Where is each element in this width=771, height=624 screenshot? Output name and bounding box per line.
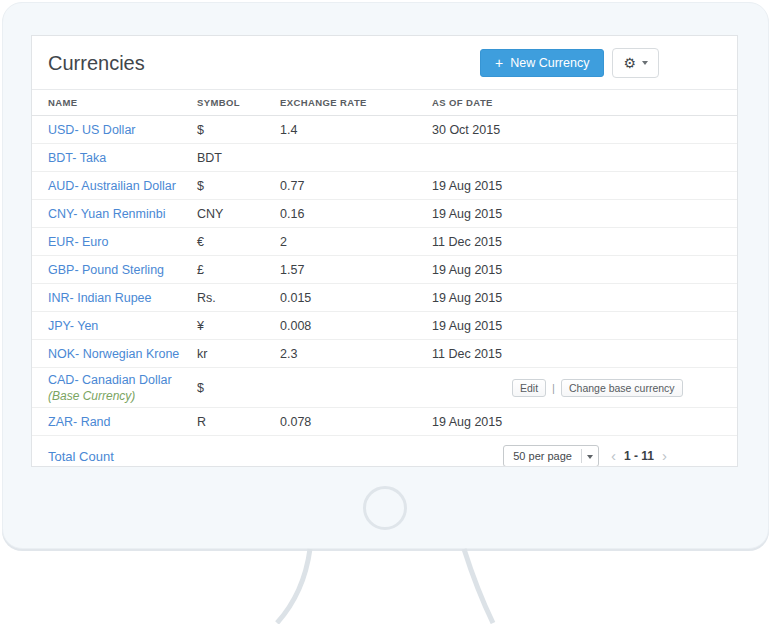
exchange-rate-cell: 1.57 (280, 263, 432, 277)
base-currency-actions: Edit|Change base currency (512, 379, 737, 397)
currency-name-link[interactable]: CAD- Canadian Dollar (48, 373, 172, 387)
exchange-rate-cell: 1.4 (280, 123, 432, 137)
table-row: INR- Indian RupeeRs.0.01519 Aug 2015 (32, 284, 737, 312)
name-cell: USD- US Dollar (48, 123, 197, 137)
column-header: EXCHANGE RATE (280, 97, 432, 108)
symbol-cell: £ (197, 263, 280, 277)
page-range-label: 1 - 11 (624, 449, 654, 463)
symbol-cell: $ (197, 179, 280, 193)
next-page-icon[interactable]: › (662, 449, 667, 463)
table-row: USD- US Dollar$1.430 Oct 2015 (32, 116, 737, 144)
currency-name-link[interactable]: JPY- Yen (48, 319, 98, 333)
as-of-date-cell: 19 Aug 2015 (432, 179, 737, 193)
as-of-date-cell: 19 Aug 2015 (432, 319, 737, 333)
name-cell: AUD- Austrailian Dollar (48, 179, 197, 193)
stepper-down-icon (587, 455, 593, 459)
settings-dropdown-button[interactable]: ⚙ (612, 48, 659, 78)
gear-icon: ⚙ (623, 56, 636, 70)
symbol-cell: Rs. (197, 291, 280, 305)
table-row: GBP- Pound Sterling£1.5719 Aug 2015 (32, 256, 737, 284)
total-count-link[interactable]: Total Count (48, 449, 114, 464)
header-actions: + New Currency ⚙ (480, 48, 659, 78)
name-cell: GBP- Pound Sterling (48, 263, 197, 277)
change-base-currency-button[interactable]: Change base currency (561, 379, 683, 397)
monitor-stand (0, 548, 771, 624)
table-row: AUD- Austrailian Dollar$0.7719 Aug 2015 (32, 172, 737, 200)
column-header: AS OF DATE (432, 97, 737, 108)
per-page-value: 50 per page (513, 450, 572, 462)
column-header: NAME (48, 97, 197, 108)
prev-page-icon[interactable]: ‹ (611, 449, 616, 463)
footer-controls: 50 per page ‹ 1 - 11 › (503, 445, 667, 467)
table-row: CNY- Yuan RenminbiCNY0.1619 Aug 2015 (32, 200, 737, 228)
name-cell: CNY- Yuan Renminbi (48, 207, 197, 221)
table-row: CAD- Canadian Dollar(Base Currency)$Edit… (32, 368, 737, 408)
table-body: USD- US Dollar$1.430 Oct 2015BDT- TakaBD… (32, 116, 737, 436)
page-title: Currencies (48, 52, 145, 74)
as-of-date-cell: 19 Aug 2015 (432, 207, 737, 221)
currency-name-link[interactable]: USD- US Dollar (48, 123, 136, 137)
table-row: ZAR- RandR0.07819 Aug 2015 (32, 408, 737, 436)
stepper-icon (581, 449, 598, 463)
currency-name-link[interactable]: CNY- Yuan Renminbi (48, 207, 165, 221)
as-of-date-cell: 11 Dec 2015 (432, 347, 737, 361)
currency-name-link[interactable]: ZAR- Rand (48, 415, 111, 429)
table-row: BDT- TakaBDT (32, 144, 737, 172)
per-page-select[interactable]: 50 per page (503, 445, 599, 467)
chevron-down-icon (642, 61, 648, 65)
currency-name-link[interactable]: AUD- Austrailian Dollar (48, 179, 176, 193)
symbol-cell: BDT (197, 151, 280, 165)
table-header: NAMESYMBOLEXCHANGE RATEAS OF DATE (32, 89, 737, 116)
symbol-cell: CNY (197, 207, 280, 221)
monitor-logo-circle (363, 486, 407, 530)
exchange-rate-cell: 2.3 (280, 347, 432, 361)
currency-name-link[interactable]: NOK- Norwegian Krone (48, 347, 179, 361)
name-cell: BDT- Taka (48, 151, 197, 165)
table-footer: Total Count 50 per page ‹ 1 - 11 › (32, 436, 737, 467)
symbol-cell: € (197, 235, 280, 249)
pagination: ‹ 1 - 11 › (611, 449, 667, 463)
table-row: EUR- Euro€211 Dec 2015 (32, 228, 737, 256)
name-cell: ZAR- Rand (48, 415, 197, 429)
edit-button[interactable]: Edit (512, 379, 546, 397)
currency-name-link[interactable]: EUR- Euro (48, 235, 108, 249)
currency-name-link[interactable]: BDT- Taka (48, 151, 106, 165)
currency-name-link[interactable]: INR- Indian Rupee (48, 291, 152, 305)
currency-name-link[interactable]: GBP- Pound Sterling (48, 263, 164, 277)
plus-icon: + (495, 57, 503, 69)
exchange-rate-cell: 0.015 (280, 291, 432, 305)
as-of-date-cell: 19 Aug 2015 (432, 291, 737, 305)
new-currency-button[interactable]: + New Currency (480, 49, 604, 77)
name-cell: INR- Indian Rupee (48, 291, 197, 305)
new-currency-label: New Currency (510, 56, 589, 70)
symbol-cell: $ (197, 381, 280, 395)
panel-header: Currencies + New Currency ⚙ (32, 36, 737, 89)
table-row: NOK- Norwegian Kronekr2.311 Dec 2015 (32, 340, 737, 368)
column-header: SYMBOL (197, 97, 280, 108)
symbol-cell: $ (197, 123, 280, 137)
name-cell: EUR- Euro (48, 235, 197, 249)
exchange-rate-cell: 2 (280, 235, 432, 249)
action-separator: | (552, 382, 555, 394)
exchange-rate-cell: 0.77 (280, 179, 432, 193)
as-of-date-cell: 11 Dec 2015 (432, 235, 737, 249)
name-cell: CAD- Canadian Dollar(Base Currency) (48, 373, 197, 403)
as-of-date-cell: 30 Oct 2015 (432, 123, 737, 137)
as-of-date-cell: 19 Aug 2015 (432, 263, 737, 277)
symbol-cell: ¥ (197, 319, 280, 333)
exchange-rate-cell: 0.008 (280, 319, 432, 333)
exchange-rate-cell: 0.16 (280, 207, 432, 221)
currencies-panel: Currencies + New Currency ⚙ NAMESYMBOLEX… (31, 35, 738, 467)
as-of-date-cell: 19 Aug 2015 (432, 415, 737, 429)
symbol-cell: R (197, 415, 280, 429)
name-cell: NOK- Norwegian Krone (48, 347, 197, 361)
table-row: JPY- Yen¥0.00819 Aug 2015 (32, 312, 737, 340)
symbol-cell: kr (197, 347, 280, 361)
as-of-date-cell: Edit|Change base currency (432, 379, 737, 397)
exchange-rate-cell: 0.078 (280, 415, 432, 429)
name-cell: JPY- Yen (48, 319, 197, 333)
base-currency-label: (Base Currency) (48, 389, 197, 403)
